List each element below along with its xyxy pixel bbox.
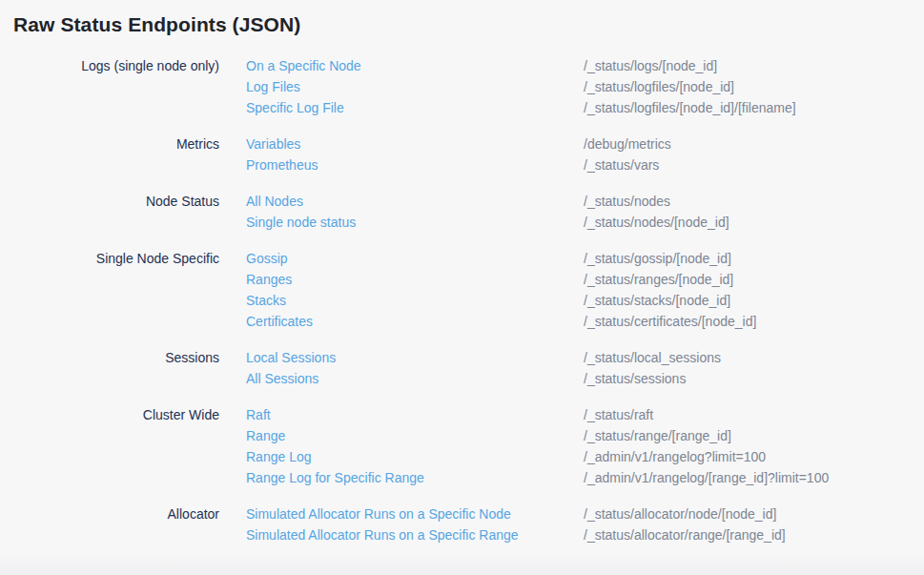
endpoint-link[interactable]: Ranges bbox=[246, 272, 292, 287]
endpoint-link[interactable]: On a Specific Node bbox=[246, 58, 361, 73]
endpoint-row: Prometheus /_status/vars bbox=[246, 154, 924, 175]
endpoint-row: Stacks /_status/stacks/[node_id] bbox=[246, 290, 924, 311]
category-label: Single Node Specific bbox=[13, 248, 246, 332]
endpoint-rows: Variables /debug/metrics Prometheus /_st… bbox=[246, 133, 924, 175]
endpoint-group: Allocator Simulated Allocator Runs on a … bbox=[13, 503, 924, 545]
endpoint-row: All Sessions /_status/sessions bbox=[246, 368, 924, 389]
endpoint-link[interactable]: Prometheus bbox=[246, 157, 318, 173]
category-label: Logs (single node only) bbox=[13, 55, 246, 118]
endpoint-link[interactable]: Range Log bbox=[246, 449, 312, 464]
endpoint-path: /debug/metrics bbox=[584, 133, 671, 154]
category-label: Metrics bbox=[13, 133, 246, 175]
endpoint-rows: Gossip /_status/gossip/[node_id] Ranges … bbox=[246, 248, 924, 332]
endpoint-group: Logs (single node only) On a Specific No… bbox=[13, 55, 924, 118]
endpoint-path: /_admin/v1/rangelog/[range_id]?limit=100 bbox=[584, 467, 829, 488]
endpoint-row: Variables /debug/metrics bbox=[246, 133, 924, 154]
endpoint-link[interactable]: Range Log for Specific Range bbox=[246, 470, 424, 485]
endpoint-path: /_status/local_sessions bbox=[584, 347, 721, 368]
endpoint-row: Simulated Allocator Runs on a Specific R… bbox=[246, 524, 924, 545]
endpoint-group: Metrics Variables /debug/metrics Prometh… bbox=[13, 133, 924, 175]
endpoint-link[interactable]: Single node status bbox=[246, 215, 356, 230]
endpoint-path: /_status/nodes bbox=[584, 191, 670, 212]
endpoint-path: /_status/raft bbox=[584, 404, 653, 425]
endpoint-path: /_status/stacks/[node_id] bbox=[584, 290, 730, 311]
endpoint-link[interactable]: Gossip bbox=[246, 251, 288, 266]
debug-endpoints-page: Raw Status Endpoints (JSON) Logs (single… bbox=[0, 0, 924, 575]
endpoint-link[interactable]: All Sessions bbox=[246, 371, 318, 386]
endpoint-link[interactable]: Range bbox=[246, 428, 285, 443]
endpoint-row: Specific Log File /_status/logfiles/[nod… bbox=[246, 97, 924, 118]
endpoint-path: /_status/allocator/node/[node_id] bbox=[584, 503, 776, 524]
endpoint-rows: Raft /_status/raft Range /_status/range/… bbox=[246, 404, 924, 488]
page-title: Raw Status Endpoints (JSON) bbox=[13, 12, 924, 37]
category-label: Allocator bbox=[13, 503, 246, 545]
endpoint-group: Sessions Local Sessions /_status/local_s… bbox=[13, 347, 924, 389]
endpoint-path: /_status/allocator/range/[range_id] bbox=[584, 524, 786, 545]
endpoint-path: /_status/range/[range_id] bbox=[584, 425, 731, 446]
category-label: Node Status bbox=[13, 191, 246, 233]
endpoint-path: /_status/logfiles/[node_id]/[filename] bbox=[584, 97, 796, 118]
endpoint-row: Local Sessions /_status/local_sessions bbox=[246, 347, 924, 368]
endpoint-row: Raft /_status/raft bbox=[246, 404, 924, 425]
endpoint-group: Node Status All Nodes /_status/nodes Sin… bbox=[13, 191, 924, 233]
endpoint-row: Gossip /_status/gossip/[node_id] bbox=[246, 248, 924, 269]
endpoint-rows: Simulated Allocator Runs on a Specific N… bbox=[246, 503, 924, 545]
endpoint-row: Simulated Allocator Runs on a Specific N… bbox=[246, 503, 924, 524]
endpoint-row: Range Log /_admin/v1/rangelog?limit=100 bbox=[246, 446, 924, 467]
endpoint-row: On a Specific Node /_status/logs/[node_i… bbox=[246, 55, 924, 76]
endpoint-link[interactable]: Variables bbox=[246, 136, 300, 152]
endpoint-rows: Local Sessions /_status/local_sessions A… bbox=[246, 347, 924, 389]
endpoint-row: Ranges /_status/ranges/[node_id] bbox=[246, 269, 924, 290]
endpoint-link[interactable]: All Nodes bbox=[246, 194, 303, 209]
endpoint-groups: Logs (single node only) On a Specific No… bbox=[13, 55, 924, 545]
endpoint-row: Range /_status/range/[range_id] bbox=[246, 425, 924, 446]
endpoint-link[interactable]: Specific Log File bbox=[246, 100, 344, 115]
endpoint-link[interactable]: Raft bbox=[246, 407, 271, 422]
endpoint-path: /_status/sessions bbox=[584, 368, 686, 389]
endpoint-row: Certificates /_status/certificates/[node… bbox=[246, 311, 924, 332]
endpoint-link[interactable]: Simulated Allocator Runs on a Specific R… bbox=[246, 527, 519, 543]
category-label: Cluster Wide bbox=[13, 404, 246, 488]
endpoint-path: /_admin/v1/rangelog?limit=100 bbox=[584, 446, 766, 467]
endpoint-path: /_status/logfiles/[node_id] bbox=[584, 76, 734, 97]
endpoint-path: /_status/gossip/[node_id] bbox=[584, 248, 731, 269]
endpoint-rows: All Nodes /_status/nodes Single node sta… bbox=[246, 191, 924, 233]
category-label: Sessions bbox=[13, 347, 246, 389]
endpoint-path: /_status/ranges/[node_id] bbox=[584, 269, 733, 290]
endpoint-path: /_status/vars bbox=[584, 154, 659, 175]
endpoint-rows: On a Specific Node /_status/logs/[node_i… bbox=[246, 55, 924, 118]
endpoint-row: Single node status /_status/nodes/[node_… bbox=[246, 212, 924, 233]
endpoint-link[interactable]: Certificates bbox=[246, 314, 313, 329]
endpoint-link[interactable]: Simulated Allocator Runs on a Specific N… bbox=[246, 506, 511, 522]
endpoint-link[interactable]: Stacks bbox=[246, 293, 286, 308]
endpoint-link[interactable]: Local Sessions bbox=[246, 350, 336, 365]
endpoint-link[interactable]: Log Files bbox=[246, 79, 300, 94]
endpoint-row: Range Log for Specific Range /_admin/v1/… bbox=[246, 467, 924, 488]
endpoint-row: All Nodes /_status/nodes bbox=[246, 191, 924, 212]
endpoint-row: Log Files /_status/logfiles/[node_id] bbox=[246, 76, 924, 97]
endpoint-group: Single Node Specific Gossip /_status/gos… bbox=[13, 248, 924, 332]
endpoint-path: /_status/nodes/[node_id] bbox=[584, 212, 729, 233]
endpoint-path: /_status/logs/[node_id] bbox=[584, 55, 717, 76]
endpoint-group: Cluster Wide Raft /_status/raft Range /_… bbox=[13, 404, 924, 488]
endpoint-path: /_status/certificates/[node_id] bbox=[584, 311, 756, 332]
